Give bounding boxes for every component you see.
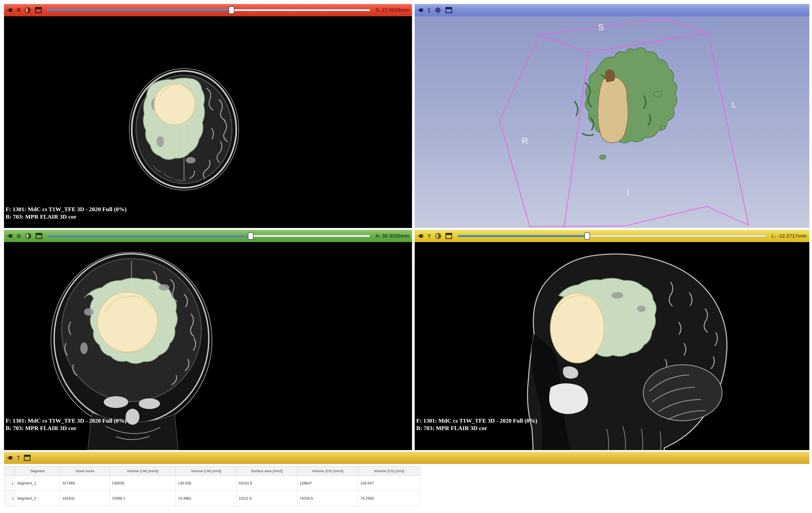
table-row[interactable]: 1 Segment_1 317469 130035 130.035 43242.… [4,476,420,491]
threed-scene[interactable]: S L R I [415,16,809,228]
volume-cs-cm3-cell[interactable]: 74.2565 [358,491,420,506]
orientation-right-label: R [522,136,528,146]
foreground-volume-annotation: F: 1301: MdC cs T1W_TFE 3D - 2020 Full (… [6,206,127,213]
green-slice-viewport: G A: 30.3330mm [4,230,412,450]
column-header-volume-lm-mm3[interactable]: Volume (LM) [mm3] [110,466,176,476]
column-header-volume-cs-mm3[interactable]: Volume (CS) [mm3] [297,466,358,476]
column-header-segment[interactable]: Segment [15,466,60,476]
volume-lm-cm3-cell[interactable]: 130.035 [176,476,236,491]
segment-name-cell[interactable]: Segment_2 [15,491,60,506]
maximize-view-icon[interactable] [24,455,31,461]
red-slice-viewport: R S: 27.5035mm [4,4,412,228]
background-volume-annotation: B: 703: MPR FLAIR 3D cor [6,213,77,220]
background-volume-annotation: B: 703: MPR FLAIR 3D cor [416,424,487,432]
coronal-slice-image[interactable]: F: 1301: MdC cs T1W_TFE 3D - 2020 Full (… [4,242,412,450]
axial-slice-image[interactable]: F: 1301: MdC cs T1W_TFE 3D - 2020 Full (… [4,16,412,228]
threed-viewport: 1 [415,4,809,228]
slicer-four-up-view: R S: 27.5035mm [0,0,812,513]
column-header-volume-lm-cm3[interactable]: Volume (LM) [cm3] [176,466,236,476]
slider-fill [458,235,587,237]
maximize-view-icon[interactable] [445,233,452,239]
slider-fill [48,9,231,11]
row-number-cell: 1 [4,476,15,491]
red-slice-controller-bar: R S: 27.5035mm [4,4,412,16]
red-slice-slider[interactable] [47,6,370,14]
pin-icon[interactable] [417,233,424,239]
slider-handle[interactable] [229,6,234,14]
maximize-view-icon[interactable] [445,7,452,13]
surface-area-cell[interactable]: 43242.6 [236,476,297,491]
maximize-view-icon[interactable] [35,233,42,239]
segment-name-cell[interactable]: Segment_1 [15,476,60,491]
column-header-volume-cs-cm3[interactable]: Volume (CS) [cm3] [358,466,420,476]
orientation-superior-label: S [598,22,604,32]
pin-icon[interactable] [7,7,13,13]
yellow-slice-slider[interactable] [458,232,766,240]
slice-visibility-3d-icon[interactable] [435,233,442,239]
view-name-label: Y [428,233,431,239]
voxel-count-cell[interactable]: 317469 [60,476,110,491]
voxel-count-cell[interactable]: 181631 [60,491,110,506]
volume-cs-mm3-cell[interactable]: 74256.5 [297,491,358,506]
slider-handle[interactable] [248,232,254,240]
slider-fill [48,235,251,237]
green-slice-slider[interactable] [48,232,370,240]
foreground-volume-annotation: F: 1301: MdC cs T1W_TFE 3D - 2020 Full (… [416,417,537,424]
table-header-row: Segment Voxel count Volume (LM) [mm3] Vo… [4,466,420,476]
slider-handle[interactable] [584,232,590,240]
row-number-cell: 2 [4,491,15,506]
view-name-label: 1 [428,7,430,13]
view-name-label: G [17,233,21,239]
slice-visibility-3d-icon[interactable] [25,233,32,239]
slice-offset-value: L: -12.2717mm [772,233,807,239]
corner-header-cell [4,466,15,476]
volume-lm-cm3-cell[interactable]: 74.3961 [176,491,236,506]
pin-icon[interactable] [7,455,13,461]
segment-statistics-table: Segment Voxel count Volume (LM) [mm3] Vo… [4,466,420,506]
column-header-voxel-count[interactable]: Voxel count [60,466,110,476]
sagittal-slice-image[interactable]: F: 1301: MdC cs T1W_TFE 3D - 2020 Full (… [415,242,809,450]
pin-icon[interactable] [7,233,13,239]
table-view-panel: T [4,452,809,464]
table-row[interactable]: 2 Segment_2 181631 74396.1 74.3961 10111… [4,491,420,506]
view-name-label: T [17,455,20,461]
surface-area-cell[interactable]: 10111.8 [236,491,297,506]
threed-controller-bar: 1 [415,4,809,16]
foreground-volume-annotation: F: 1301: MdC cs T1W_TFE 3D - 2020 Full (… [6,417,127,424]
table-controller-bar: T [4,452,809,464]
column-header-surface-area[interactable]: Surface area [mm2] [236,466,297,476]
green-slice-controller-bar: G A: 30.3330mm [4,230,412,242]
orientation-inferior-label: I [627,188,629,197]
slice-visibility-3d-icon[interactable] [24,7,31,13]
orientation-left-label: L [731,100,736,109]
maximize-view-icon[interactable] [35,7,42,13]
view-name-label: R [17,7,21,13]
yellow-slice-controller-bar: Y L: -12.2717mm [415,230,809,242]
background-volume-annotation: B: 703: MPR FLAIR 3D cor [6,424,77,432]
yellow-slice-viewport: Y L: -12.2717mm [415,230,809,450]
volume-lm-mm3-cell[interactable]: 74396.1 [110,491,176,506]
slice-offset-value: A: 30.3330mm [375,233,409,239]
volume-cs-cm3-cell[interactable]: 128.647 [358,476,420,491]
slice-offset-value: S: 27.5035mm [375,7,409,13]
volume-cs-mm3-cell[interactable]: 128647 [297,476,358,491]
volume-lm-mm3-cell[interactable]: 130035 [110,476,176,491]
pin-icon[interactable] [417,7,424,13]
center-view-icon[interactable] [434,6,442,14]
